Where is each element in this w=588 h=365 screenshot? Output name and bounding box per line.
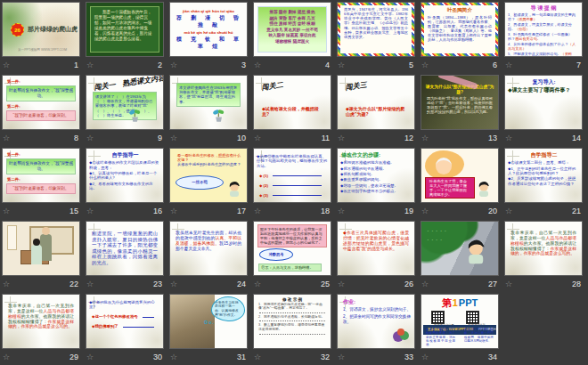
slide-thumbnail[interactable]: 修改作文的步骤:◆把用词不准确的地方改准确。◆把不通顺的句子改通顺。◆把长句断成… <box>337 148 415 203</box>
slide-text: 推荐 眼帘 删掉 规范 燥热 <box>258 10 326 15</box>
slide-cell: 闯关二◆试着给课文分段，并概括段意? ☆ 11 <box>253 75 331 148</box>
slide-thumbnail[interactable]: 闯关一 熟悉课文内容课文讲述了（ ）在1963年为（ ）修改作文，并邀请他到自己… <box>86 75 164 130</box>
slide-thumbnail[interactable]: 看一看叶老先生的修改，想想你有什么发现？从修改中感受到叶老先生怎样的态度？一丝不… <box>169 148 248 203</box>
slide-thumbnail[interactable]: 导 读 提 纲1、初读课文，用一句话概括课文的主要内容？（抓两件事）2、再读课文… <box>504 2 583 57</box>
slide-thumbnail[interactable]: 那是一个温暖如春的午后，院里那一墙的爬山虎，绿得沉郁，如同一片浓浓的湖水。一墙绿… <box>86 2 164 57</box>
answer-blank-line <box>273 190 322 196</box>
favorite-star-icon[interactable]: ☆ <box>3 207 10 215</box>
slide-body: 肖复兴，1947年生，河北沧县人。1966年高中毕业于北京汇文中学。1982年毕… <box>340 5 412 53</box>
slide-text: 作业: <box>338 299 414 305</box>
site-logo-part: 第 <box>442 296 452 310</box>
slide-thumbnail[interactable]: 自学指导一◆自读叶老修改的作文片段以及课后的资料袋，思考：◆1、认真读句中的修改… <box>86 148 164 203</box>
favorite-star-icon[interactable]: ☆ <box>86 353 94 361</box>
favorite-star-icon[interactable]: ☆ <box>3 280 10 288</box>
slide-text: 从修改中感受到叶老先生怎样的态度？ <box>170 162 247 166</box>
slide-thumbnail[interactable]: ◆作者三次具体描写爬山虎，借景抒情：把见叶老前后的心情变化融进那片绿绿的爬山虎里… <box>337 221 415 276</box>
favorite-star-icon[interactable]: ☆ <box>338 134 345 142</box>
slide-cell: 闯关一 熟悉课文内容课文讲述了（ ）在1963年为（ ）修改作文，并邀请他到自己… <box>86 75 164 148</box>
thought-ellipse: 一丝不苟 <box>176 175 224 190</box>
slide-number: 30 <box>153 353 162 361</box>
favorite-star-icon[interactable]: ☆ <box>170 353 177 361</box>
favorite-star-icon[interactable]: ☆ <box>338 61 345 69</box>
slide-thumbnail[interactable]: 自学指导二◆自读课文第二部分，思考、感悟：◆1、正午见到的叶老先生是一位怎样的人… <box>504 148 583 203</box>
favorite-star-icon[interactable]: ☆ <box>86 61 94 69</box>
favorite-star-icon[interactable]: ☆ <box>170 61 177 69</box>
slide-thumbnail[interactable]: 推荐 眼帘 删掉 规范 燥热融洽 黄昏 客厅 余晖 几页愣住 原样 经历 曾经 … <box>253 2 331 57</box>
slide-text: 愣住 原样 经历 曾经 模糊 <box>258 21 326 27</box>
slide-thumbnail[interactable]: 第一件:叶老帮肖复兴修改作文，“我”深受感动。第二件:“我”到叶老家做客，印象深… <box>2 148 80 203</box>
slide-text: 第二件: <box>3 177 79 182</box>
slide-thumbnail[interactable]: 叶老先生见了我，像会见大人一样同我握了握手，一下子让我觉得距离缩短不少。 <box>421 148 499 203</box>
slide-number: 33 <box>404 353 413 361</box>
favorite-star-icon[interactable]: ☆ <box>170 280 177 288</box>
favorite-star-icon[interactable]: ☆ <box>505 61 512 69</box>
slide-thumbnail[interactable]: ◆叶老的批改为什么能写进肖复兴的心里?◆这一个个红色的修改符号◆我仿佛看到了 <box>86 294 164 349</box>
slide-thumbnail[interactable]: 作业:1、背诵课文，摘抄含义深刻的句子。2、把课余时间写的作文和同学交换修改。 <box>337 294 415 349</box>
favorite-star-icon[interactable]: ☆ <box>170 207 177 215</box>
favorite-star-icon[interactable]: ☆ <box>254 207 261 215</box>
slide-caption: ☆ 18 <box>253 203 331 217</box>
slide-caption: ☆ 6 <box>421 57 499 71</box>
favorite-star-icon[interactable]: ☆ <box>421 61 429 69</box>
slide-thumbnail[interactable]: 那天下午叶老先生的谈话，让我第一次如此近距离地感受一位大作家的认真与平和：他亲切… <box>253 221 331 276</box>
slide-thumbnail[interactable]: 我非常庆幸，自己第一次见到作家，竟是这样一位人品与作品都堪称楷模的大作家。他跟我… <box>504 221 583 276</box>
favorite-star-icon[interactable]: ☆ <box>338 207 345 215</box>
favorite-star-icon[interactable]: ☆ <box>421 207 429 215</box>
slide-thumbnail[interactable]: 第一件:叶老帮肖复兴修改作文，“我”深受感动。第二件:“我”到叶老家做客，印象深… <box>2 75 80 130</box>
slide-thumbnail[interactable]: ◆从哪些修改中能看出叶老批改得认真、仔细？勾画出相关语句，概括修改作文的方法。◆… <box>253 148 331 203</box>
favorite-star-icon[interactable]: ☆ <box>3 134 10 142</box>
slide-text: 自学指导一 <box>86 152 163 158</box>
favorite-star-icon[interactable]: ☆ <box>170 134 177 142</box>
slide-thumbnail[interactable]: 叶圣陶简介叶圣陶（1894—1988），原名叶绍钧，江苏苏州人。我国现代著名作家… <box>421 2 499 57</box>
slide-thumbnail[interactable]: 我虽然未见叶老先生的面，却从他的批改中感受到他的认真、平和以及温暖，如春风拂面。… <box>169 221 248 276</box>
slide-preview-page: 26那片绿绿的爬山虎第一PPT模板网 WWW.1PPT.COM ☆ 1 那是一个… <box>0 0 588 365</box>
slide-thumbnail[interactable]: 课文为什么以“那片绿绿的爬山虎”为题?因为叶老给“我”批改作文，那份认真细致感动… <box>421 75 499 130</box>
favorite-star-icon[interactable]: ☆ <box>338 280 345 288</box>
favorite-star-icon[interactable]: ☆ <box>421 280 429 288</box>
favorite-star-icon[interactable]: ☆ <box>421 353 429 361</box>
slide-cell: 作业:1、背诵课文，摘抄含义深刻的句子。2、把课余时间写的作文和同学交换修改。 … <box>337 294 415 365</box>
slide-thumbnail[interactable]: 肖复兴，1947年生，河北沧县人。1966年高中毕业于北京汇文中学。1982年毕… <box>337 2 415 57</box>
favorite-star-icon[interactable]: ☆ <box>338 353 345 361</box>
favorite-star-icon[interactable]: ☆ <box>421 134 429 142</box>
slide-thumbnail[interactable]: 复习导入:◆课文主要写了哪两件事？ <box>504 75 583 130</box>
favorite-star-icon[interactable]: ☆ <box>86 134 94 142</box>
slide-thumbnail[interactable]: 26那片绿绿的爬山虎第一PPT模板网 WWW.1PPT.COM <box>2 2 80 57</box>
slide-thumbnail[interactable]: 刚进里院，一墙绿葱葱的爬山虎扑入眼帘。夏日的燥热仿佛一下子减去了许多，阳光都变成… <box>86 221 164 276</box>
slide-thumbnail[interactable]: 闯关二◆试着给课文分段，并概括段意? <box>253 75 331 130</box>
slide-thumbnail[interactable] <box>421 221 499 276</box>
boy-cartoon-icon <box>227 179 241 200</box>
slide-number: 24 <box>237 280 246 288</box>
favorite-star-icon[interactable]: ☆ <box>254 353 261 361</box>
slide-thumbnail[interactable]: 叶老先生当年就是这样一笔一画、认真地修改着“我”的作文。O o . <box>169 294 248 349</box>
favorite-star-icon[interactable]: ☆ <box>3 353 10 361</box>
slide-text: ◆自读叶老修改的作文片段以及课后的资料袋，思考： <box>86 160 163 170</box>
favorite-star-icon[interactable]: ☆ <box>505 280 512 288</box>
slide-body: 我虽然未见叶老先生的面，却从他的批改中感受到他的认真、平和以及温暖，如春风拂面。… <box>170 222 247 251</box>
favorite-star-icon[interactable]: ☆ <box>3 61 10 69</box>
slide-text: ◆增添一些词句，使表达更清楚。 <box>338 183 414 188</box>
favorite-star-icon[interactable]: ☆ <box>254 61 261 69</box>
favorite-star-icon[interactable]: ☆ <box>86 280 94 288</box>
slide-thumbnail[interactable]: 我非常庆幸，自己第一次见到作家，竟是这样一位人品与作品都堪称楷模的大作家。他跟我… <box>2 294 80 349</box>
slide-thumbnail[interactable]: 闯关三◆课文为什么以“那片绿绿的爬山虎”为题? <box>337 75 415 130</box>
slide-thumbnail[interactable] <box>2 221 80 276</box>
slide-body: 作业:1、背诵课文，摘抄含义深刻的句子。2、把课余时间写的作文和同学交换修改。 <box>338 295 414 324</box>
favorite-star-icon[interactable]: ☆ <box>505 207 512 215</box>
favorite-star-icon[interactable]: ☆ <box>254 134 261 142</box>
slide-number: 19 <box>404 207 413 215</box>
elder-thought-cloud <box>425 150 464 179</box>
slide-cell: 那天下午叶老先生的谈话，让我第一次如此近距离地感受一位大作家的认真与平和：他亲切… <box>253 221 331 294</box>
slide-cell: 修改作文的步骤:◆把用词不准确的地方改准确。◆把不通顺的句子改通顺。◆把长句断成… <box>337 148 415 221</box>
favorite-star-icon[interactable]: ☆ <box>86 207 94 215</box>
slide-number: 10 <box>237 134 246 142</box>
slide-thumbnail[interactable]: 本文讲叶圣陶先生在1963年帮肖复兴修改作文，并邀请“我”到他家做客，使“我”受… <box>169 75 248 130</box>
slide-thumbnail[interactable]: 第1PPT扫码关注公众号扫码进交流群更多模板下载：WWW.1PPT.COMPPT… <box>421 294 499 349</box>
slide-text: 导 读 提 纲 <box>505 5 582 12</box>
slide-thumbnail[interactable]: jiàn shān qī qiè hūn tuī qiāo荐 删 凄 切 昏 推… <box>169 2 248 57</box>
favorite-star-icon[interactable]: ☆ <box>505 134 512 142</box>
favorite-star-icon[interactable]: ☆ <box>254 280 261 288</box>
qr-code-icon <box>431 311 445 324</box>
slide-thumbnail[interactable]: 修 改 示 例1、把用词不准确的地方改准确：把“一张画像”改为“一幅画像”，用字… <box>253 294 331 349</box>
slide-text: 3、删去重复啰嗦的词句，增添词句使意思表达更清楚完整。 <box>254 323 331 331</box>
